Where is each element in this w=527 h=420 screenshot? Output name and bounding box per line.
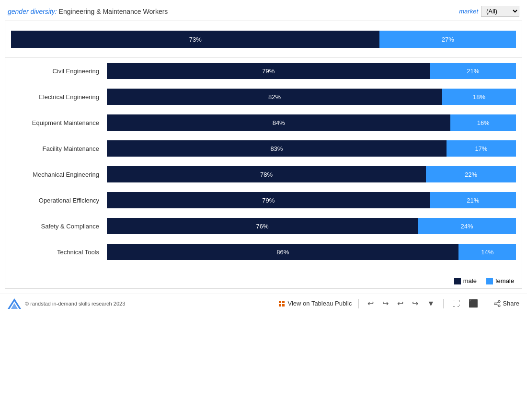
legend-male-label: male [463, 277, 477, 284]
category-bars: 84%16% [107, 114, 516, 131]
female-bar: 17% [447, 140, 516, 157]
svg-rect-6 [282, 304, 285, 306]
diversity-label: gender diversity: [8, 8, 57, 15]
category-label: Technical Tools [11, 249, 107, 256]
more-button[interactable]: ▼ [425, 298, 436, 309]
legend: male female [5, 274, 522, 288]
male-bar: 76% [107, 218, 418, 234]
toolbar-sep-3 [487, 299, 487, 308]
svg-line-11 [496, 304, 499, 306]
female-bar: 14% [458, 244, 516, 260]
female-bar: 21% [430, 192, 516, 208]
randstad-logo [8, 298, 21, 309]
male-swatch [454, 278, 461, 284]
category-label: Safety & Compliance [11, 223, 107, 230]
category-row: Equipment Maintenance84%16% [11, 114, 516, 131]
market-label: market [459, 8, 478, 15]
categories-section: Civil Engineering79%21%Electrical Engine… [5, 58, 522, 274]
female-bar: 24% [418, 218, 516, 234]
toolbar-sep-1 [358, 299, 359, 308]
category-row: Technical Tools86%14% [11, 244, 516, 260]
svg-line-10 [496, 302, 499, 303]
overall-male-label: 73% [189, 36, 202, 43]
category-row: Safety & Compliance76%24% [11, 218, 516, 234]
female-bar: 22% [426, 166, 516, 182]
overall-female-label: 27% [442, 36, 454, 43]
forward-button[interactable]: ↪ [410, 298, 420, 309]
overall-bar: 73% 27% [11, 31, 516, 48]
view-tableau-label: View on Tableau Public [288, 300, 352, 307]
page-header: gender diversity: Engineering & Maintena… [0, 0, 527, 21]
female-bar: 21% [430, 63, 516, 79]
category-label: Operational Efficiency [11, 197, 107, 204]
male-bar: 78% [107, 166, 426, 182]
legend-male: male [454, 277, 477, 284]
legend-female-label: female [495, 277, 514, 284]
undo-button[interactable]: ↩ [366, 298, 376, 309]
category-row: Operational Efficiency79%21% [11, 192, 516, 208]
male-bar: 86% [107, 244, 458, 260]
svg-rect-5 [279, 304, 281, 306]
category-label: Facility Maintenance [11, 145, 107, 152]
share-label: Share [503, 300, 519, 307]
redo-button[interactable]: ↪ [380, 298, 390, 309]
category-row: Mechanical Engineering78%22% [11, 166, 516, 182]
view-tableau-link[interactable]: View on Tableau Public [278, 300, 352, 307]
overall-female-bar: 27% [379, 31, 516, 48]
footer-right: View on Tableau Public ↩ ↪ ↩ ↪ ▼ ⛶ ⬛ Sha… [278, 298, 520, 309]
female-swatch [486, 278, 493, 284]
tableau-icon [278, 300, 285, 307]
female-bar: 18% [442, 89, 516, 105]
male-bar: 84% [107, 114, 450, 131]
overall-section: 73% 27% [5, 21, 522, 58]
male-bar: 82% [107, 89, 442, 105]
male-bar: 79% [107, 63, 430, 79]
category-bars: 83%17% [107, 140, 516, 157]
category-label: Electrical Engineering [11, 93, 107, 101]
svg-rect-3 [279, 301, 281, 303]
category-row: Facility Maintenance83%17% [11, 140, 516, 157]
share-button[interactable]: Share [494, 300, 519, 307]
chart-subtitle: Engineering & Maintenance Workers [59, 8, 168, 15]
category-bars: 79%21% [107, 192, 516, 208]
copyright-text: © randstad in-demand skills research 202… [25, 301, 125, 306]
share-icon [494, 300, 501, 307]
overall-male-bar: 73% [11, 31, 379, 48]
chart-container: 73% 27% Civil Engineering79%21%Electrica… [5, 21, 522, 289]
chart-title: gender diversity: Engineering & Maintena… [8, 8, 168, 15]
toolbar-sep-2 [443, 299, 444, 308]
female-bar: 16% [450, 114, 516, 131]
category-bars: 79%21% [107, 63, 516, 79]
svg-rect-4 [282, 301, 285, 303]
male-bar: 79% [107, 192, 430, 208]
category-bars: 76%24% [107, 218, 516, 234]
category-label: Mechanical Engineering [11, 171, 107, 178]
male-bar: 83% [107, 140, 447, 157]
category-row: Civil Engineering79%21% [11, 63, 516, 79]
category-bars: 86%14% [107, 244, 516, 260]
fullscreen-button[interactable]: ⛶ [450, 298, 462, 309]
category-label: Civil Engineering [11, 68, 107, 75]
category-label: Equipment Maintenance [11, 119, 107, 126]
market-filter: market (All) US UK EU APAC [459, 6, 519, 17]
category-bars: 78%22% [107, 166, 516, 182]
legend-female: female [486, 277, 514, 284]
footer-left: © randstad in-demand skills research 202… [8, 298, 125, 309]
svg-point-7 [498, 300, 500, 302]
svg-point-8 [498, 305, 500, 306]
page-footer: © randstad in-demand skills research 202… [0, 294, 527, 313]
download-button[interactable]: ⬛ [467, 298, 480, 309]
back-button[interactable]: ↩ [395, 298, 405, 309]
svg-point-9 [494, 303, 496, 305]
category-row: Electrical Engineering82%18% [11, 89, 516, 105]
category-bars: 82%18% [107, 89, 516, 105]
market-select[interactable]: (All) US UK EU APAC [481, 6, 519, 17]
